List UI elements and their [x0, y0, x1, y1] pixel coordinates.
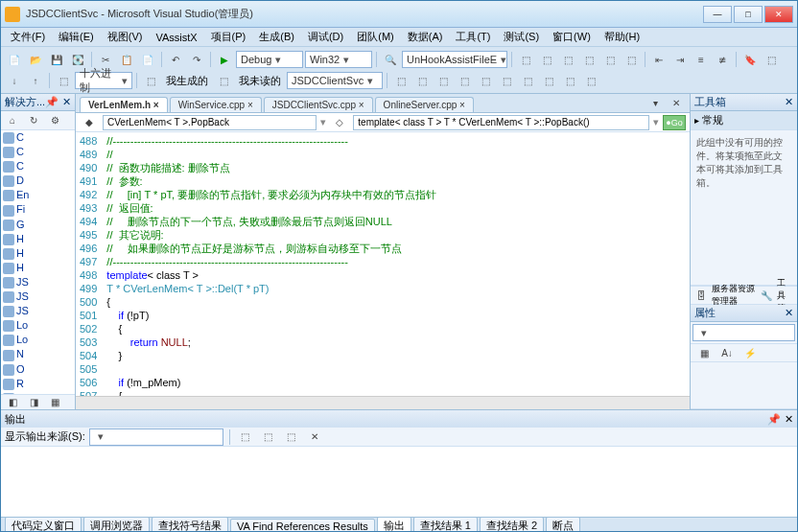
prop-cat-icon[interactable]: ▦: [694, 343, 714, 362]
self-label[interactable]: 我生成的: [162, 74, 212, 88]
hex-icon[interactable]: ⬚: [54, 71, 73, 90]
editor-tab[interactable]: VerLenMem.h ×: [80, 97, 168, 112]
soln-tab2-icon[interactable]: ◨: [24, 393, 43, 412]
tb-icon-3[interactable]: ⬚: [558, 50, 577, 69]
tree-item[interactable]: H: [1, 232, 75, 246]
ex7-icon[interactable]: ⬚: [518, 71, 537, 90]
server-explorer-tab[interactable]: 🗄: [694, 286, 708, 305]
action-combo[interactable]: UnHookAssistFileE: [402, 51, 507, 68]
ex9-icon[interactable]: ⬚: [560, 71, 579, 90]
close-button[interactable]: ✕: [764, 6, 793, 23]
output-src-combo[interactable]: [89, 428, 223, 446]
code-editor[interactable]: 4884894904914924934944954964974984995005…: [76, 132, 690, 396]
output-body[interactable]: [1, 447, 797, 517]
tb-icon-4[interactable]: ⬚: [579, 50, 598, 69]
redo-icon[interactable]: ↷: [187, 50, 206, 69]
toolbox-tab[interactable]: 🔧: [760, 286, 773, 305]
tree-item[interactable]: JS: [1, 289, 75, 304]
ex5-icon[interactable]: ⬚: [476, 71, 495, 90]
platform-combo[interactable]: Win32: [305, 51, 372, 68]
menu-item[interactable]: 编辑(E): [53, 28, 100, 46]
prop-az-icon[interactable]: A↓: [717, 343, 737, 362]
menu-item[interactable]: 工具(T): [450, 28, 496, 46]
menu-item[interactable]: 调试(D): [302, 28, 349, 46]
nav-scope-combo[interactable]: CVerLenMem< T >.PopBack: [103, 115, 317, 130]
tb-icon-2[interactable]: ⬚: [537, 50, 556, 69]
bottom-tab[interactable]: 调用浏览器: [83, 517, 150, 532]
out-btn2-icon[interactable]: ⬚: [259, 428, 278, 447]
ex2-icon[interactable]: ⬚: [412, 71, 432, 90]
tb-icon-5[interactable]: ⬚: [600, 50, 620, 69]
editor-tab[interactable]: OnlineServer.cpp ×: [375, 97, 474, 112]
bottom-tab[interactable]: 代码定义窗口: [5, 517, 82, 532]
tree-item[interactable]: C: [1, 145, 75, 159]
tabs-dropdown-icon[interactable]: ▾: [645, 94, 665, 112]
save-icon[interactable]: 💾: [47, 50, 66, 69]
menu-item[interactable]: 项目(P): [205, 28, 252, 46]
ex4-icon[interactable]: ⬚: [455, 71, 474, 90]
indent-out-icon[interactable]: ⇤: [649, 50, 669, 69]
pane-close-icon[interactable]: ✕: [62, 96, 71, 108]
tree-item[interactable]: N: [1, 347, 75, 361]
toolbox-group[interactable]: 常规: [702, 114, 723, 126]
tree-item[interactable]: H: [1, 246, 75, 261]
out-btn3-icon[interactable]: ⬚: [282, 428, 301, 447]
soln-tab3-icon[interactable]: ▦: [45, 393, 64, 412]
tree-home-icon[interactable]: ⌂: [3, 111, 22, 130]
menu-item[interactable]: 团队(M): [351, 28, 400, 46]
find-icon[interactable]: 🔍: [381, 50, 400, 69]
output-close-icon[interactable]: ✕: [781, 413, 793, 426]
new-icon[interactable]: 📄: [5, 50, 24, 69]
tabs-close-icon[interactable]: ✕: [667, 94, 686, 112]
copy-icon[interactable]: 📋: [117, 50, 136, 69]
bottom-tab[interactable]: 查找结果 2: [480, 517, 544, 532]
ex6-icon[interactable]: ⬚: [497, 71, 516, 90]
menu-item[interactable]: 帮助(H): [598, 28, 645, 46]
tb-icon-1[interactable]: ⬚: [516, 50, 535, 69]
bottom-tab[interactable]: 查找符号结果: [152, 517, 228, 532]
indent-in-icon[interactable]: ⇥: [670, 50, 690, 69]
tree-item[interactable]: Lo: [1, 333, 75, 347]
step2-icon[interactable]: ↑: [26, 71, 45, 90]
bottom-tab[interactable]: 断点: [546, 517, 580, 532]
out-btn1-icon[interactable]: ⬚: [236, 428, 255, 447]
config-combo[interactable]: Debug: [236, 51, 303, 68]
ex3-icon[interactable]: ⬚: [434, 71, 453, 90]
tree-item[interactable]: D: [1, 173, 75, 188]
hex-combo[interactable]: 十六进制: [75, 72, 132, 89]
bottom-tab[interactable]: 输出: [377, 517, 411, 532]
proj-combo[interactable]: JSDCClientSvc: [287, 72, 383, 89]
toolbox-close-icon[interactable]: ✕: [785, 96, 793, 108]
tree-item[interactable]: O: [1, 362, 75, 377]
ex1-icon[interactable]: ⬚: [391, 71, 411, 90]
properties-object-combo[interactable]: [692, 324, 795, 341]
editor-tab[interactable]: WinService.cpp ×: [170, 97, 262, 112]
tree-item[interactable]: Fi: [1, 202, 75, 217]
bottom-tab[interactable]: 查找结果 1: [413, 517, 478, 532]
menu-item[interactable]: 文件(F): [5, 28, 51, 46]
pin-icon[interactable]: 📌: [45, 96, 59, 108]
h-scrollbar[interactable]: [76, 396, 690, 409]
tb-icon-6[interactable]: ⬚: [622, 50, 641, 69]
tree-prop-icon[interactable]: ⚙: [45, 111, 64, 130]
open-icon[interactable]: 📂: [26, 50, 45, 69]
tree-item[interactable]: C: [1, 130, 75, 145]
tree-item[interactable]: JS: [1, 304, 75, 318]
editor-tab[interactable]: JSDCClientSvc.cpp ×: [264, 97, 373, 112]
tree-refresh-icon[interactable]: ↻: [24, 111, 43, 130]
paste-icon[interactable]: 📄: [138, 50, 157, 69]
ex8-icon[interactable]: ⬚: [539, 71, 558, 90]
maximize-button[interactable]: □: [734, 6, 763, 23]
ex10-icon[interactable]: ⬚: [581, 71, 600, 90]
tree-item[interactable]: C: [1, 159, 75, 173]
out-clear-icon[interactable]: ✕: [305, 428, 324, 447]
tree-item[interactable]: En: [1, 188, 75, 202]
wi-icon[interactable]: ⬚: [141, 71, 160, 90]
tree-item[interactable]: G: [1, 218, 75, 232]
tree-item[interactable]: R: [1, 377, 75, 391]
run-icon[interactable]: ▶: [215, 50, 234, 69]
wi2-icon[interactable]: ⬚: [214, 71, 233, 90]
minimize-button[interactable]: —: [703, 6, 732, 23]
menu-item[interactable]: 数据(A): [402, 28, 449, 46]
soln-tab1-icon[interactable]: ◧: [3, 393, 22, 412]
